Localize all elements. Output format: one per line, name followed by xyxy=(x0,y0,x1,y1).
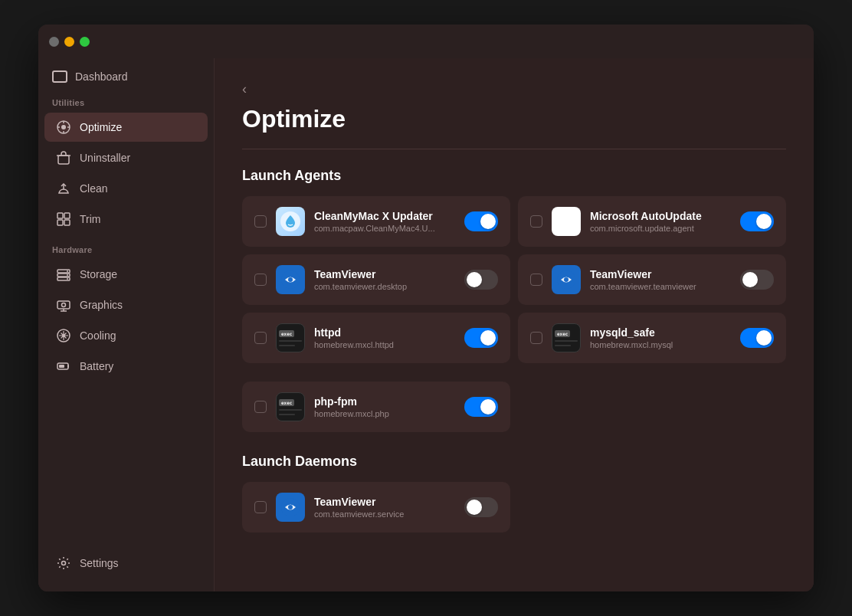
item-info: TeamViewer com.teamviewer.teamviewer xyxy=(590,268,731,291)
item-checkbox[interactable] xyxy=(254,501,267,513)
hardware-section-label: Hardware xyxy=(38,242,214,259)
item-info: mysqld_safe homebrew.mxcl.mysql xyxy=(590,326,731,349)
close-button[interactable] xyxy=(49,37,59,47)
graphics-icon xyxy=(55,297,72,313)
sidebar-item-label: Settings xyxy=(80,557,119,569)
sidebar-item-label: Battery xyxy=(80,360,113,372)
item-sub: homebrew.mxcl.httpd xyxy=(314,340,455,349)
item-checkbox[interactable] xyxy=(254,332,267,344)
app-icon xyxy=(552,265,581,294)
toggle-knob xyxy=(467,500,482,515)
maximize-button[interactable] xyxy=(80,37,90,47)
svg-point-15 xyxy=(67,274,68,276)
svg-rect-17 xyxy=(57,301,70,309)
traffic-lights xyxy=(49,37,90,47)
settings-icon xyxy=(55,555,72,572)
utilities-section-label: Utilities xyxy=(38,95,214,112)
toggle-switch[interactable] xyxy=(464,270,498,290)
launch-daemons-grid: TeamViewer com.teamviewer.service xyxy=(242,482,786,532)
sidebar-item-label: Graphics xyxy=(80,299,123,311)
toggle-knob xyxy=(480,399,496,414)
svg-rect-8 xyxy=(64,213,70,218)
item-info: CleanMyMac X Updater com.macpaw.CleanMyM… xyxy=(314,210,455,233)
item-name: TeamViewer xyxy=(314,268,455,280)
sidebar-item-label: Storage xyxy=(80,268,117,280)
toggle-knob xyxy=(742,272,758,287)
item-checkbox[interactable] xyxy=(254,215,267,228)
dashboard-label: Dashboard xyxy=(75,70,128,83)
back-button[interactable]: ‹ xyxy=(242,81,247,97)
sidebar: Dashboard Utilities Optimize xyxy=(38,58,215,591)
sidebar-item-uninstaller[interactable]: Uninstaller xyxy=(44,143,208,172)
item-name: CleanMyMac X Updater xyxy=(314,210,455,222)
sidebar-item-settings[interactable]: Settings xyxy=(44,549,208,578)
php-fpm-row: exec php-fpm homebrew.mxcl.php xyxy=(242,382,786,432)
main-layout: Dashboard Utilities Optimize xyxy=(38,58,814,591)
item-info: TeamViewer com.teamviewer.service xyxy=(314,496,455,519)
svg-rect-6 xyxy=(58,156,69,164)
sidebar-item-label: Cooling xyxy=(80,329,116,342)
dashboard-icon xyxy=(52,70,67,83)
item-name: mysqld_safe xyxy=(590,326,731,339)
item-sub: com.teamviewer.teamviewer xyxy=(590,282,731,291)
uninstaller-icon xyxy=(55,149,72,166)
sidebar-item-graphics[interactable]: Graphics xyxy=(44,290,208,319)
item-checkbox[interactable] xyxy=(530,215,542,228)
item-checkbox[interactable] xyxy=(254,401,267,413)
svg-rect-10 xyxy=(64,220,70,225)
minimize-button[interactable] xyxy=(64,37,74,47)
toggle-knob xyxy=(480,330,496,346)
toggle-knob xyxy=(480,214,496,229)
sidebar-item-cooling[interactable]: Cooling xyxy=(44,321,208,350)
storage-icon xyxy=(55,266,72,283)
svg-point-30 xyxy=(288,505,293,510)
toggle-switch[interactable] xyxy=(740,328,774,348)
toggle-switch[interactable] xyxy=(464,397,498,417)
list-item: CleanMyMac X Updater com.macpaw.CleanMyM… xyxy=(242,196,510,247)
optimize-icon xyxy=(55,119,72,136)
sidebar-item-trim[interactable]: Trim xyxy=(44,205,208,234)
item-info: httpd homebrew.mxcl.httpd xyxy=(314,326,455,349)
toggle-switch[interactable] xyxy=(464,211,498,231)
app-icon xyxy=(276,207,305,236)
list-item: exec php-fpm homebrew.mxcl.php xyxy=(242,382,510,432)
toggle-switch[interactable] xyxy=(464,328,498,348)
svg-point-26 xyxy=(288,277,293,282)
item-checkbox[interactable] xyxy=(530,274,542,286)
toggle-switch[interactable] xyxy=(740,211,774,231)
page-title: Optimize xyxy=(242,105,786,133)
app-icon xyxy=(276,265,305,294)
item-name: TeamViewer xyxy=(314,496,455,508)
svg-point-1 xyxy=(61,125,66,129)
svg-point-14 xyxy=(67,270,68,272)
list-item: exec httpd homebrew.mxcl.httpd xyxy=(242,313,510,363)
item-checkbox[interactable] xyxy=(530,332,542,344)
item-info: TeamViewer com.teamviewer.desktop xyxy=(314,268,455,291)
sidebar-item-label: Optimize xyxy=(80,121,122,133)
toggle-switch[interactable] xyxy=(740,270,774,290)
svg-point-28 xyxy=(564,277,569,282)
launch-agents-grid: CleanMyMac X Updater com.macpaw.CleanMyM… xyxy=(242,196,786,363)
list-item: exec mysqld_safe homebrew.mxcl.mysql xyxy=(518,313,786,363)
list-item: TeamViewer com.teamviewer.service xyxy=(242,482,510,532)
launch-agents-title: Launch Agents xyxy=(242,168,786,184)
svg-rect-9 xyxy=(57,220,63,225)
item-sub: com.teamviewer.desktop xyxy=(314,282,455,291)
item-info: Microsoft AutoUpdate com.microsoft.updat… xyxy=(590,210,731,233)
item-info: php-fpm homebrew.mxcl.php xyxy=(314,395,455,418)
sidebar-item-dashboard[interactable]: Dashboard xyxy=(38,66,214,87)
sidebar-item-clean[interactable]: Clean xyxy=(44,174,208,203)
launch-daemons-title: Launch Daemons xyxy=(242,454,786,470)
toggle-switch[interactable] xyxy=(464,497,498,517)
item-checkbox[interactable] xyxy=(254,274,267,286)
titlebar xyxy=(38,25,814,58)
app-icon xyxy=(276,493,305,522)
svg-point-23 xyxy=(62,562,66,565)
battery-icon xyxy=(55,358,72,375)
sidebar-item-storage[interactable]: Storage xyxy=(44,260,208,289)
svg-point-20 xyxy=(62,334,65,337)
sidebar-item-battery[interactable]: Battery xyxy=(44,352,208,381)
sidebar-item-optimize[interactable]: Optimize xyxy=(44,113,208,142)
app-icon xyxy=(552,207,581,236)
item-name: php-fpm xyxy=(314,395,455,408)
